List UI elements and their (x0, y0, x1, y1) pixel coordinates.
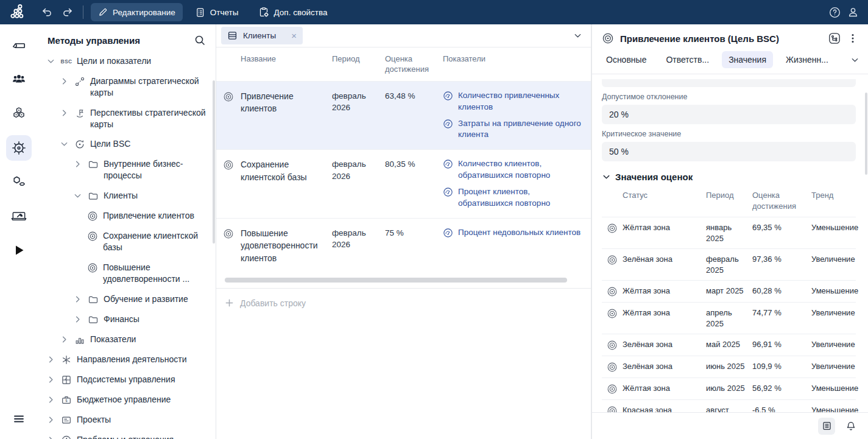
value-row[interactable]: Жёлтая зона март 2025 60,28 % Уменьшение (602, 280, 856, 302)
tree-item-label: Диаграммы стратегической карты (90, 76, 211, 99)
chevron-right-icon[interactable] (46, 375, 56, 384)
chevron-right-icon[interactable] (46, 395, 56, 404)
status-bullseye-icon (602, 361, 623, 373)
tree-scrollbar[interactable] (213, 80, 215, 244)
shapes-icon[interactable] (6, 169, 32, 195)
inspector-tab[interactable]: Жизненн... (779, 51, 835, 68)
indicator-link[interactable]: Количество привлеченных клиентов (443, 90, 584, 113)
user-icon[interactable] (844, 3, 862, 21)
redo-button[interactable] (58, 3, 77, 21)
tree-item[interactable]: Подсистемы управления (38, 370, 216, 390)
tree-item[interactable]: Финансы (38, 309, 216, 329)
menu-icon[interactable] (6, 406, 32, 432)
chevron-right-icon[interactable] (73, 315, 83, 324)
score-label: 109,9 % (752, 361, 811, 373)
value-row[interactable]: Жёлтая зона апрель 2025 74,77 % Увеличен… (602, 302, 856, 334)
reports-button[interactable]: Отчеты (188, 3, 246, 22)
inspector-tab[interactable]: Значения (722, 51, 773, 68)
chevron-right-icon[interactable] (60, 77, 69, 86)
tree-item[interactable]: Показатели (38, 329, 216, 349)
chevron-right-icon[interactable] (46, 415, 56, 424)
goal-score: 63,48 % (385, 90, 443, 141)
goal-row[interactable]: Повышение удовлетворенности клиентов фев… (216, 218, 591, 273)
search-icon[interactable] (194, 34, 206, 46)
inspector-title: Привлечение клиентов (Цель BSC) (620, 33, 822, 44)
chevron-right-icon[interactable] (73, 160, 83, 169)
section-values[interactable]: Значения оценок (602, 172, 856, 182)
status-bullseye-icon (602, 405, 623, 412)
goal-icon (86, 211, 99, 222)
tree-item[interactable]: Сохранение клиентской базы (38, 226, 216, 258)
horizontal-scrollbar[interactable] (225, 278, 577, 283)
tolerance-field[interactable]: 20 % (602, 105, 856, 124)
inspector-tab[interactable]: Ответств... (659, 51, 716, 68)
tree-item[interactable]: Цели BSC (38, 134, 216, 154)
value-row[interactable]: Жёлтая зона январь 2025 69,35 % Уменьшен… (602, 217, 856, 248)
bell-icon[interactable] (842, 418, 859, 435)
add-row-button[interactable]: Добавить строку (216, 289, 591, 318)
tree-item[interactable]: Направления деятельности (38, 349, 216, 370)
chevron-right-icon[interactable] (46, 435, 56, 439)
chevron-down-icon[interactable] (46, 57, 56, 66)
hierarchy-icon[interactable] (828, 32, 841, 45)
indicator-label: Затраты на привлечение одного клиента (458, 118, 584, 141)
tree-item-label: Показатели (90, 334, 136, 345)
value-row[interactable]: Жёлтая зона июль 2025 56,92 % Уменьшение (602, 378, 856, 399)
document-list-icon[interactable] (818, 418, 835, 435)
column-header: Период (706, 190, 752, 211)
value-row[interactable]: Зелёная зона май 2025 96,91 % Увеличение (602, 334, 856, 356)
launch-demo-icon[interactable] (6, 203, 32, 229)
chevron-down-icon[interactable] (850, 55, 859, 65)
inspector-tab[interactable]: Основные (599, 51, 653, 68)
play-icon[interactable] (6, 237, 32, 263)
value-row[interactable]: Зелёная зона июнь 2025 109,9 % Увеличени… (602, 356, 856, 378)
tree-item[interactable]: Привлечение клиентов (38, 206, 216, 226)
tree-item-label: Сохранение клиентской базы (103, 230, 211, 253)
helm-icon[interactable] (6, 135, 32, 161)
close-icon[interactable]: × (291, 31, 297, 40)
value-row[interactable]: Красная зона август 2025 -6,5 % Уменьшен… (602, 399, 856, 412)
tree-item[interactable]: Обучение и развитие (38, 289, 216, 309)
indicator-link[interactable]: Количество клиентов, обратившихся повтор… (443, 158, 584, 181)
tree-item-label: Цели BSC (90, 138, 130, 150)
tree-item[interactable]: BSCЦели и показатели (38, 51, 216, 71)
kebab-menu-icon[interactable] (847, 33, 858, 44)
honeycomb-icon[interactable] (6, 101, 32, 127)
chevron-down-icon[interactable] (73, 191, 83, 200)
tree-item[interactable]: $Бюджетное управление (38, 390, 216, 410)
indicator-link[interactable]: Процент клиентов, обратившихся повторно (443, 186, 584, 209)
undo-button[interactable] (38, 3, 56, 21)
tree-item[interactable]: Диаграммы стратегической карты (38, 71, 216, 103)
edit-mode-button[interactable]: Редактирование (91, 3, 183, 21)
methods-tree: BSCЦели и показателиДиаграммы стратегиче… (38, 51, 216, 439)
critical-value-field[interactable]: 50 % (602, 142, 856, 161)
status-label: Зелёная зона (623, 339, 706, 351)
value-row[interactable]: Зелёная зона февраль 2025 97,36 % Увелич… (602, 248, 856, 280)
clipped-field (602, 79, 856, 87)
inspector-tabs: ОсновныеОтветств...ЗначенияЖизненн... (592, 50, 868, 74)
tree-item[interactable]: Внутренние бизнес-процессы (38, 154, 216, 186)
tree-item[interactable]: Проекты (38, 410, 216, 430)
goal-row[interactable]: Привлечение клиентов февраль 2026 63,48 … (216, 81, 591, 150)
chevron-right-icon[interactable] (60, 108, 69, 118)
inspector-scrollbar[interactable] (865, 93, 867, 175)
column-header: Статус (623, 190, 706, 211)
chevron-right-icon[interactable] (60, 335, 69, 344)
indicator-link[interactable]: Процент недовольных клиентов (443, 227, 584, 239)
chevron-down-icon[interactable] (60, 139, 69, 149)
goal-row[interactable]: Сохранение клиентской базы февраль 2026 … (216, 149, 591, 218)
chevron-right-icon[interactable] (46, 355, 56, 364)
team-icon[interactable] (6, 67, 32, 93)
tree-panel-title: Методы управления (48, 35, 140, 46)
extra-properties-button[interactable]: Доп. свойства (251, 2, 335, 22)
tree-item[interactable]: Клиенты (38, 186, 216, 206)
tree-item[interactable]: Перспективы стратегической карты (38, 103, 216, 135)
tree-item[interactable]: Проблемы и отклонения (38, 430, 216, 439)
tab-clients[interactable]: Клиенты × (221, 27, 303, 44)
help-icon[interactable] (825, 3, 844, 21)
chevron-right-icon[interactable] (73, 295, 83, 304)
chevron-down-icon[interactable] (573, 31, 582, 40)
indicator-link[interactable]: Затраты на привлечение одного клиента (443, 118, 584, 141)
tree-item[interactable]: Повышение удовлетворенности ... (38, 258, 216, 289)
banner-icon[interactable] (6, 33, 32, 58)
